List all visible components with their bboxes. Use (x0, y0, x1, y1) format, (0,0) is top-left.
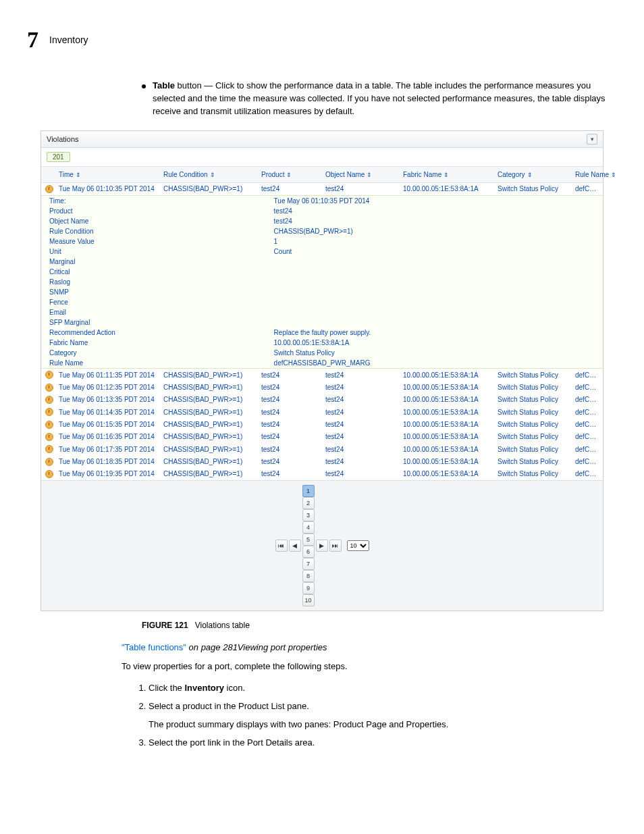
step-2-sub: The product summary displays with two pa… (149, 719, 617, 731)
clock-icon (45, 433, 53, 441)
clock-icon (45, 458, 53, 466)
step-2: Select a product in the Product List pan… (149, 700, 617, 731)
col-rule-name[interactable]: Rule Name⇕ (571, 167, 603, 183)
col-fabric-name[interactable]: Fabric Name⇕ (399, 167, 493, 183)
detail-label: Recommended Action (41, 328, 270, 338)
col-product[interactable]: Product⇕ (257, 167, 321, 183)
table-row[interactable]: Tue May 06 01:16:35 PDT 2014CHASSIS(BAD_… (41, 431, 603, 443)
detail-label: Rule Name (41, 358, 270, 368)
detail-value (270, 267, 603, 277)
page-header: 7 Inventory (27, 27, 617, 53)
detail-row: Marginal (41, 257, 603, 267)
detail-label: Email (41, 307, 270, 317)
detail-label: Unit (41, 246, 270, 257)
detail-row: Fabric Name10.00.00.05:1E:53:8A:1A (41, 338, 603, 348)
bullet-text: Table button — Click to show the perform… (153, 80, 617, 118)
pager-next[interactable]: ▶ (316, 540, 328, 552)
col-object-name[interactable]: Object Name⇕ (321, 167, 399, 183)
pager-page[interactable]: 1 (302, 485, 315, 497)
pager-prev[interactable]: ◀ (289, 540, 301, 552)
pager-page[interactable]: 7 (302, 558, 315, 570)
table-row[interactable]: Tue May 06 01:11:35 PDT 2014CHASSIS(BAD_… (41, 368, 603, 381)
detail-value: Count (270, 246, 603, 257)
detail-value: 1 (270, 236, 603, 246)
detail-value (270, 307, 603, 317)
detail-label: Rule Condition (41, 226, 270, 236)
detail-row: Time:Tue May 06 01:10:35 PDT 2014 (41, 196, 603, 206)
detail-value: test24 (270, 216, 603, 226)
pager-page[interactable]: 9 (302, 582, 315, 594)
table-header-row: Time⇕ Rule Condition⇕ Product⇕ Object Na… (41, 167, 603, 183)
bullet-icon (142, 84, 146, 88)
pager-page[interactable]: 8 (302, 570, 315, 582)
detail-value: Tue May 06 01:10:35 PDT 2014 (270, 196, 603, 206)
pager-page[interactable]: 3 (302, 509, 315, 521)
detail-label: Fabric Name (41, 338, 270, 348)
detail-label: Fence (41, 297, 270, 307)
pager-page[interactable]: 6 (302, 546, 315, 558)
detail-label: Marginal (41, 257, 270, 267)
clock-icon (45, 470, 53, 478)
detail-row: UnitCount (41, 246, 603, 257)
detail-row: Rule ConditionCHASSIS(BAD_PWR>=1) (41, 226, 603, 236)
expanded-detail: Time:Tue May 06 01:10:35 PDT 2014Product… (41, 195, 603, 368)
table-row[interactable]: Tue May 06 01:14:35 PDT 2014CHASSIS(BAD_… (41, 406, 603, 418)
detail-row: Object Nametest24 (41, 216, 603, 226)
col-rule-condition[interactable]: Rule Condition⇕ (159, 167, 257, 183)
detail-value: test24 (270, 206, 603, 216)
pager-last[interactable]: ⏭ (329, 540, 342, 552)
detail-value: Switch Status Policy (270, 348, 603, 358)
detail-value (270, 297, 603, 307)
clock-icon (45, 396, 53, 404)
detail-row: SNMP (41, 287, 603, 297)
clock-icon (45, 445, 53, 453)
detail-row: Rule NamedefCHASSISBAD_PWR_MARG (41, 358, 603, 368)
pager-page[interactable]: 2 (302, 497, 315, 509)
table-row[interactable]: Tue May 06 01:15:35 PDT 2014CHASSIS(BAD_… (41, 418, 603, 430)
chapter-number: 7 (27, 27, 38, 53)
clock-icon (45, 384, 53, 392)
col-time[interactable]: Time⇕ (55, 167, 159, 183)
detail-value (270, 277, 603, 287)
detail-label: Critical (41, 267, 270, 277)
detail-row: Raslog (41, 277, 603, 287)
table-row[interactable]: Tue May 06 01:10:35 PDT 2014 CHASSIS(BAD… (41, 182, 603, 195)
detail-row: Critical (41, 267, 603, 277)
pager-page[interactable]: 10 (302, 594, 315, 606)
violations-count-badge[interactable]: 201 (47, 152, 70, 162)
violations-screenshot: Violations ▾ 201 Time⇕ Rule Condition⇕ P… (41, 130, 603, 612)
violations-toolbar: 201 (41, 148, 603, 167)
pager-page[interactable]: 4 (302, 521, 315, 533)
table-functions-link[interactable]: "Table functions" (122, 642, 186, 652)
violations-title: Violations (47, 135, 79, 143)
bullet-item: Table button — Click to show the perform… (142, 80, 617, 118)
detail-row: Producttest24 (41, 206, 603, 216)
table-row[interactable]: Tue May 06 01:19:35 PDT 2014CHASSIS(BAD_… (41, 468, 603, 480)
detail-value (270, 317, 603, 328)
clock-icon (45, 371, 53, 379)
pager-page[interactable]: 5 (302, 533, 315, 546)
step-1: Click the Inventory icon. (149, 682, 617, 695)
detail-label: Measure Value (41, 236, 270, 246)
table-row[interactable]: Tue May 06 01:18:35 PDT 2014CHASSIS(BAD_… (41, 455, 603, 467)
detail-label: Product (41, 206, 270, 216)
col-category[interactable]: Category⇕ (493, 167, 571, 183)
clock-icon (45, 408, 53, 416)
table-row[interactable]: Tue May 06 01:17:35 PDT 2014CHASSIS(BAD_… (41, 443, 603, 455)
detail-label: Time: (41, 196, 270, 206)
detail-label: SNMP (41, 287, 270, 297)
table-row[interactable]: Tue May 06 01:12:35 PDT 2014CHASSIS(BAD_… (41, 381, 603, 393)
detail-value: CHASSIS(BAD_PWR>=1) (270, 226, 603, 236)
detail-row: Email (41, 307, 603, 317)
collapse-icon[interactable]: ▾ (587, 134, 597, 145)
pager: ⏮ ◀ 12345678910 ▶ ⏭ 10 (41, 480, 603, 610)
violations-table: Time⇕ Rule Condition⇕ Product⇕ Object Na… (41, 167, 603, 481)
pager-page-size[interactable]: 10 (347, 540, 369, 551)
detail-row: Measure Value1 (41, 236, 603, 246)
violations-panel-header: Violations ▾ (41, 131, 603, 148)
pager-first[interactable]: ⏮ (275, 540, 288, 552)
detail-row: Recommended ActionReplace the faulty pow… (41, 328, 603, 338)
table-row[interactable]: Tue May 06 01:13:35 PDT 2014CHASSIS(BAD_… (41, 394, 603, 406)
step-3: Select the port link in the Port Details… (149, 737, 617, 750)
detail-value: Replace the faulty power supply. (270, 328, 603, 338)
